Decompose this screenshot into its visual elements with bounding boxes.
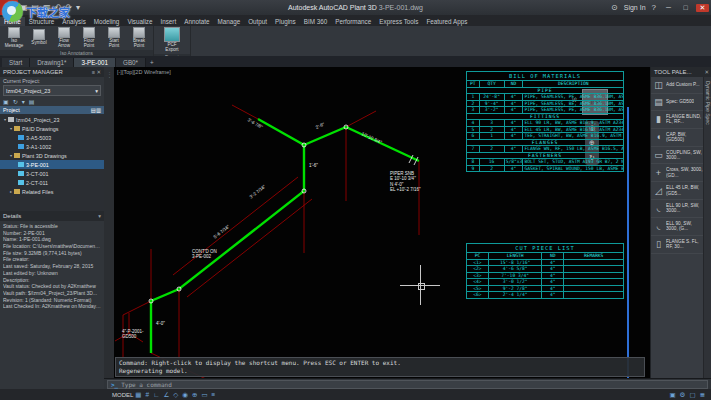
autocad-plant3d-window: 下载之家 A ▣ ▤ ▥ ↶ ↷ ▾ Autodesk AutoCAD Plan… xyxy=(0,0,711,400)
command-history[interactable]: Command: Right-click to display the shor… xyxy=(115,357,645,377)
ribbon-tab-annotate[interactable]: Annotate xyxy=(180,17,213,26)
palette-item-cap[interactable]: ◖CAP, BW, (GD500) xyxy=(651,129,704,147)
viewport-controls[interactable]: [-][Top][2D Wireframe] xyxy=(117,69,171,75)
floor-point-icon xyxy=(83,27,95,38)
refresh-icon[interactable]: ↻ xyxy=(13,98,18,105)
dynamic-input-icon[interactable]: ▭ xyxy=(201,391,207,399)
drawing-canvas[interactable]: [-][Top][2D Wireframe] TOP W ◎ ⊕ ↻ 3'-6 … xyxy=(114,67,650,378)
ribbon-tab-bim360[interactable]: BIM 360 xyxy=(300,17,331,26)
panel-menu-icon[interactable]: ≡ xyxy=(92,69,95,75)
new-tab-button[interactable]: + xyxy=(146,58,158,67)
floor-point-button[interactable]: FloorPoint xyxy=(77,27,101,49)
flow-arrow-icon xyxy=(58,27,70,38)
palette-item-ell90[interactable]: ◟ELL 90, SW, 3000, (G... xyxy=(651,218,704,236)
tool-palette-title: TOOL PALE... xyxy=(654,69,692,75)
window-title: Autodesk AutoCAD Plant 3D 3-PE-001.dwg xyxy=(0,4,711,11)
minimize-button[interactable]: ─ xyxy=(662,4,675,11)
command-input[interactable]: >_ Type a command xyxy=(107,380,708,389)
palette-item-flange-blind[interactable]: ▮FLANGE BLIND, FL, RF... xyxy=(651,111,704,129)
ribbon-tab-insert[interactable]: Insert xyxy=(156,17,180,26)
tree-item-related-files[interactable]: ▸Related Files xyxy=(0,187,104,196)
sign-in-button[interactable]: Sign In xyxy=(624,4,646,11)
dropdown-icon[interactable]: ▾ xyxy=(74,3,82,12)
new-drawing-icon[interactable]: ▣ xyxy=(3,98,9,105)
start-point-icon xyxy=(108,27,120,38)
palette-item-ell45[interactable]: ◿ELL 45 LR, BW, (GD5... xyxy=(651,182,704,200)
watermark-logo-icon xyxy=(2,1,23,22)
symbol-button[interactable]: Symbol xyxy=(27,29,51,46)
ribbon-tab-output[interactable]: Output xyxy=(244,17,271,26)
project-manager-toolbar: ▣ ↻ ▾ ▤ xyxy=(0,97,104,106)
isodraft-icon[interactable]: ◇ xyxy=(173,391,178,399)
tree-header[interactable]: Project▤▥ xyxy=(0,106,104,114)
help-icon[interactable]: ? xyxy=(650,3,658,12)
table-row: 614"TEE, STRAIGHT, BW, ASME B16.9, ASTM … xyxy=(467,133,624,140)
flow-arrow-button[interactable]: FlowArrow xyxy=(52,27,76,49)
iso-message-button[interactable]: IsoMessage xyxy=(2,27,26,49)
tree-item-plant3d-drawings[interactable]: ▾Plant 3D Drawings xyxy=(0,151,104,160)
lineweight-icon[interactable]: ≡ xyxy=(212,391,216,398)
ribbon-tab-performance[interactable]: Performance xyxy=(331,17,375,26)
palette-item-spec[interactable]: ▤Spec: GD500 xyxy=(651,94,704,111)
details-expand-icon[interactable]: ▾ xyxy=(98,213,101,219)
workspace-gear-icon[interactable]: ⚙ xyxy=(680,391,686,399)
palette-item-ell90-lr[interactable]: ◟ELL 90 LR, SW, 3000... xyxy=(651,200,704,218)
tree-item-pid-drawings[interactable]: ▾P&ID Drawings xyxy=(0,124,104,133)
break-point-button[interactable]: BreakPoint xyxy=(127,27,151,49)
maximize-button[interactable]: □ xyxy=(679,4,692,11)
project-manager-title: PROJECT MANAGER xyxy=(3,69,63,75)
tree-item-drawing-selected[interactable]: 3-PE-001 xyxy=(0,160,104,169)
ribbon-tab-manage[interactable]: Manage xyxy=(213,17,244,26)
ortho-icon[interactable]: ∟ xyxy=(153,391,159,398)
detail-line: Name: 1-PE-001.dwg xyxy=(3,236,101,243)
polar-icon[interactable]: ∠ xyxy=(164,391,170,399)
start-point-button[interactable]: StartPoint xyxy=(102,27,126,49)
ribbon-tab-featured-apps[interactable]: Featured Apps xyxy=(422,17,471,26)
palette-item-add-custom-part[interactable]: ◫Add Custom P... xyxy=(651,77,704,94)
file-tab-start[interactable]: Start xyxy=(2,58,30,67)
palette-tab-dynamic-pipe-spec[interactable]: Dynamic Pipe Spec xyxy=(703,77,711,389)
palette-item-flange-s[interactable]: ▯FLANGE S. FL, RF, 30... xyxy=(651,236,704,254)
ribbon-tab-plugins[interactable]: Plugins xyxy=(271,17,300,26)
watermark-text: 下载之家 xyxy=(26,4,70,20)
snap-icon[interactable]: # xyxy=(146,391,150,398)
details-header: Details ▾ xyxy=(0,211,104,221)
clean-screen-icon[interactable]: ▢ xyxy=(689,391,695,399)
customize-icon[interactable]: ≣ xyxy=(700,391,705,399)
ribbon-tab-express-tools[interactable]: Express Tools xyxy=(375,17,422,26)
table-row: 724"FLANGE WN, RF, 150 LB, ASME B16.5, A… xyxy=(467,146,624,153)
model-button[interactable]: MODEL xyxy=(112,392,133,398)
filter-icon[interactable]: ▾ xyxy=(22,98,25,105)
palette-item-coupling[interactable]: ▭COUPLING, SW, 3000... xyxy=(651,147,704,165)
tree-item-project-root[interactable]: ▾Izm04_Project_23 xyxy=(0,115,104,124)
palette-close-icon[interactable]: ✕ xyxy=(704,69,709,75)
detail-line: Last Checked In: A2Kmatthew on Monday,..… xyxy=(3,303,101,310)
pcf-export-button[interactable]: PCFExport xyxy=(156,27,188,53)
tree-item-drawing[interactable]: 3-A5-5003 xyxy=(0,133,104,142)
file-tab-3-pe-001[interactable]: 3-PE-001 xyxy=(74,58,116,67)
osnap-icon[interactable]: ◉ xyxy=(182,391,188,399)
close-button[interactable]: ✕ xyxy=(696,4,709,12)
panel-close-icon[interactable]: ✕ xyxy=(96,69,101,75)
project-tree: ▾Izm04_Project_23 ▾P&ID Drawings 3-A5-50… xyxy=(0,114,104,211)
file-tab-gb0[interactable]: GB0* xyxy=(116,58,146,67)
views-icon[interactable]: ▤ xyxy=(29,98,35,105)
ribbon-tab-modeling[interactable]: Modeling xyxy=(90,17,124,26)
table-row: 8165/8"x3 1/4"BOLT SET, STUD, ASTM A193 … xyxy=(467,159,624,166)
tree-item-drawing[interactable]: 3-CT-001 xyxy=(0,169,104,178)
iso-message-icon xyxy=(8,27,20,38)
ribbon-tab-visualize[interactable]: Visualize xyxy=(123,17,156,26)
coupling-icon: ▭ xyxy=(653,150,664,160)
tree-item-drawing[interactable]: 3-A1-1002 xyxy=(0,142,104,151)
grid-icon[interactable]: ▦ xyxy=(135,391,141,399)
file-tab-drawing1[interactable]: Drawing1* xyxy=(30,58,74,67)
object-track-icon[interactable]: ⊕ xyxy=(192,391,197,399)
tree-item-drawing[interactable]: 2-CT-011 xyxy=(0,178,104,187)
search-icon[interactable]: ⊙ xyxy=(609,3,620,12)
annotation-scale-icon[interactable]: ▣ xyxy=(669,391,675,399)
current-project-dropdown[interactable]: Izm04_Project_23▾ xyxy=(3,85,101,96)
detail-line: Vault status: Checked out by A2Kmatthew xyxy=(3,283,101,290)
iso-table: BILL OF MATERIALSPTQTYNDDESCRIPTIONPIPE1… xyxy=(466,71,624,172)
palette-item-cross[interactable]: +Cross, SW, 3000, (GD... xyxy=(651,164,704,182)
detail-line: File location: C:\Users\matthew\Document… xyxy=(3,243,101,250)
